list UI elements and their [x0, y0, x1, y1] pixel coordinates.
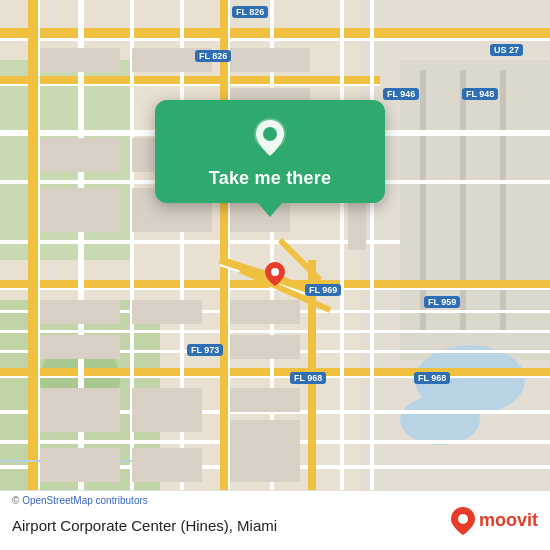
svg-rect-21	[0, 376, 550, 378]
svg-rect-29	[38, 0, 40, 490]
osm-copyright: ©	[12, 495, 22, 506]
svg-rect-60	[132, 300, 202, 324]
svg-rect-0	[0, 0, 550, 490]
svg-rect-57	[230, 335, 300, 359]
svg-rect-4	[360, 0, 550, 490]
svg-rect-23	[0, 330, 550, 333]
svg-rect-59	[40, 335, 120, 359]
road-badge-fl826-mid: FL 826	[195, 50, 231, 62]
svg-rect-43	[0, 460, 200, 462]
svg-rect-13	[0, 76, 380, 84]
svg-rect-38	[370, 0, 374, 490]
svg-rect-2	[0, 300, 160, 490]
svg-rect-5	[400, 60, 550, 360]
svg-rect-30	[78, 0, 84, 490]
svg-rect-66	[230, 420, 300, 454]
road-badge-fl969: FL 969	[305, 284, 341, 296]
road-badge-fl959: FL 959	[424, 296, 460, 308]
road-badge-us27: US 27	[490, 44, 523, 56]
location-pin	[265, 262, 285, 290]
svg-point-70	[271, 268, 279, 276]
svg-point-10	[400, 395, 480, 445]
svg-rect-20	[0, 368, 550, 376]
svg-rect-44	[40, 48, 120, 72]
road-badge-fl973: FL 973	[187, 344, 223, 356]
svg-rect-26	[0, 440, 550, 444]
map-background: FL 826 FL 826 US 27 FL 946 FL 948 FL 969…	[0, 0, 550, 490]
attribution: © OpenStreetMap contributors	[12, 495, 148, 506]
osm-link[interactable]: OpenStreetMap contributors	[22, 495, 148, 506]
moovit-logo: moovit	[451, 507, 538, 535]
svg-rect-33	[220, 0, 228, 490]
svg-rect-27	[0, 465, 550, 469]
svg-rect-24	[0, 350, 550, 353]
svg-rect-32	[180, 0, 184, 490]
moovit-pin-icon	[451, 507, 475, 535]
svg-rect-61	[40, 388, 120, 432]
svg-rect-17	[0, 240, 400, 244]
svg-rect-12	[0, 38, 550, 41]
svg-rect-25	[0, 410, 550, 414]
svg-rect-7	[460, 70, 466, 330]
svg-rect-64	[132, 448, 202, 482]
svg-rect-1	[0, 60, 130, 260]
road-badge-fl968-left: FL 968	[290, 372, 326, 384]
svg-point-71	[458, 514, 468, 524]
svg-rect-6	[420, 70, 426, 330]
svg-rect-34	[228, 0, 230, 490]
svg-rect-28	[28, 0, 38, 490]
svg-rect-50	[230, 48, 310, 72]
svg-rect-58	[40, 300, 120, 324]
moovit-brand-text: moovit	[479, 510, 538, 531]
svg-rect-3	[40, 340, 120, 420]
map-container: FL 826 FL 826 US 27 FL 946 FL 948 FL 969…	[0, 0, 550, 490]
road-badge-fl948: FL 948	[462, 88, 498, 100]
popup-card[interactable]: Take me there	[155, 100, 385, 203]
road-badge-fl826-top: FL 826	[232, 6, 268, 18]
svg-rect-63	[40, 448, 120, 482]
map-pin-icon	[248, 116, 292, 160]
svg-rect-37	[340, 0, 344, 490]
svg-rect-35	[270, 0, 274, 490]
svg-rect-55	[348, 200, 366, 250]
svg-rect-48	[40, 188, 120, 232]
svg-rect-62	[132, 388, 202, 432]
svg-rect-31	[130, 0, 134, 490]
bottom-bar: © OpenStreetMap contributors Airport Cor…	[0, 490, 550, 550]
road-badge-fl946: FL 946	[383, 88, 419, 100]
road-badge-fl968-right: FL 968	[414, 372, 450, 384]
location-name: Airport Corporate Center (Hines), Miami	[12, 517, 451, 534]
svg-point-69	[263, 127, 277, 141]
svg-rect-65	[230, 388, 300, 412]
take-me-there-button[interactable]: Take me there	[209, 168, 331, 189]
svg-rect-8	[500, 70, 506, 330]
svg-line-42	[280, 240, 320, 280]
svg-rect-22	[0, 310, 550, 313]
svg-rect-56	[230, 300, 300, 324]
svg-rect-11	[0, 28, 550, 38]
svg-rect-46	[40, 138, 120, 172]
svg-rect-67	[230, 448, 300, 482]
svg-rect-14	[0, 84, 380, 86]
